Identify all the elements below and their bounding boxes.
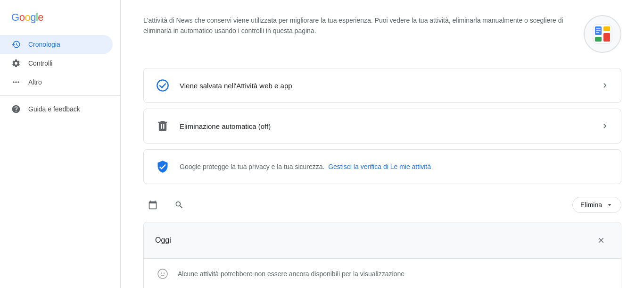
svg-rect-4 xyxy=(603,26,610,31)
main-content: L'attività di News che conservi viene ut… xyxy=(121,0,644,288)
logo-letter-e: e xyxy=(38,11,43,23)
svg-rect-5 xyxy=(603,33,610,42)
notice-text: Alcune attività potrebbero non essere an… xyxy=(178,270,405,278)
web-activity-label: Viene salvata nell'Attività web e app xyxy=(180,82,600,90)
privacy-text: Google protegge la tua privacy e la tua … xyxy=(180,163,431,170)
delete-label: Elimina xyxy=(580,201,602,209)
toolbar: Elimina xyxy=(143,195,621,214)
web-activity-chevron-icon xyxy=(600,81,610,90)
calendar-filter-button[interactable] xyxy=(143,195,162,214)
more-horiz-icon xyxy=(11,77,21,87)
activity-notice: Alcune attività potrebbero non essere an… xyxy=(144,258,621,288)
svg-point-11 xyxy=(161,272,162,273)
svg-point-9 xyxy=(157,80,168,91)
logo-letter-o1: o xyxy=(19,11,25,23)
sidebar-item-controlli[interactable]: Controlli xyxy=(0,54,113,73)
delete-chevron-icon xyxy=(606,201,613,209)
today-close-button[interactable] xyxy=(593,232,610,249)
privacy-link[interactable]: Gestisci la verifica di Le mie attività xyxy=(328,163,431,170)
google-logo: Google xyxy=(0,8,120,35)
calendar-icon xyxy=(148,200,157,210)
sidebar-label-altro: Altro xyxy=(28,78,42,86)
svg-rect-7 xyxy=(596,30,601,31)
auto-delete-card[interactable]: Eliminazione automatica (off) xyxy=(143,109,621,144)
svg-point-10 xyxy=(158,269,167,279)
description-text: L'attività di News che conservi viene ut… xyxy=(143,15,569,36)
delete-button[interactable]: Elimina xyxy=(572,197,621,213)
google-news-app-icon xyxy=(590,22,615,46)
svg-point-12 xyxy=(164,272,165,273)
sidebar-item-cronologia[interactable]: Cronologia xyxy=(0,35,113,54)
help-icon xyxy=(11,104,21,114)
sidebar-label-cronologia: Cronologia xyxy=(28,41,60,48)
notice-smiley-icon xyxy=(155,266,170,281)
svg-rect-6 xyxy=(596,28,601,29)
sidebar-item-guida[interactable]: Guida e feedback xyxy=(0,100,113,119)
search-icon xyxy=(174,200,184,210)
sidebar: Google Cronologia Controlli Altro xyxy=(0,0,121,288)
sidebar-label-controlli: Controlli xyxy=(28,59,52,67)
app-icon-circle xyxy=(584,15,621,53)
svg-rect-3 xyxy=(595,37,602,42)
sidebar-item-altro[interactable]: Altro xyxy=(0,73,113,92)
top-section: L'attività di News che conservi viene ut… xyxy=(143,15,621,53)
history-icon xyxy=(11,40,21,49)
close-icon xyxy=(597,236,605,245)
check-circle-icon xyxy=(155,78,170,93)
auto-delete-icon xyxy=(155,119,170,134)
today-label: Oggi xyxy=(155,236,593,245)
search-activity-button[interactable] xyxy=(170,195,189,214)
auto-delete-label: Eliminazione automatica (off) xyxy=(180,122,600,130)
logo-letter-g2: g xyxy=(30,11,36,23)
shield-icon xyxy=(155,159,170,174)
web-activity-card[interactable]: Viene salvata nell'Attività web e app xyxy=(143,68,621,103)
auto-delete-chevron-icon xyxy=(600,121,610,131)
logo-letter-o2: o xyxy=(25,11,30,23)
sidebar-divider xyxy=(0,95,120,96)
privacy-card: Google protegge la tua privacy e la tua … xyxy=(143,149,621,184)
logo-letter-g: G xyxy=(11,11,19,23)
today-header: Oggi xyxy=(144,222,621,258)
svg-rect-8 xyxy=(596,32,599,33)
settings-icon xyxy=(11,59,21,68)
today-section: Oggi Alcune attività potrebbero non esse… xyxy=(143,222,621,288)
sidebar-label-guida: Guida e feedback xyxy=(28,105,80,113)
